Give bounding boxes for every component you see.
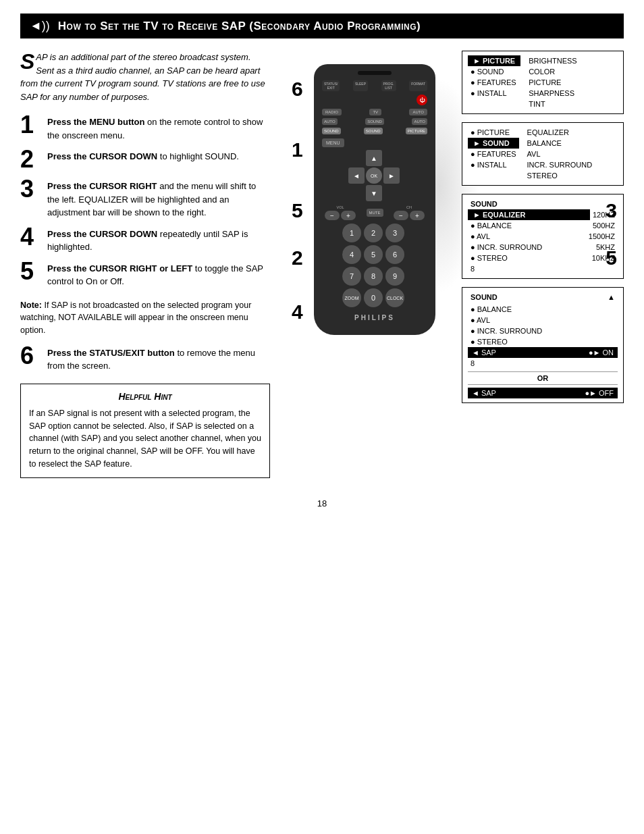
power-button[interactable]: ⏻ <box>417 95 427 105</box>
num-5[interactable]: 5 <box>364 245 383 264</box>
menu-3-avl-row: ● AVL 1500HZ <box>468 231 618 242</box>
page-number: 18 <box>20 498 624 509</box>
step-4-number: 4 <box>20 225 42 249</box>
menu-2-features: ● FEATURES <box>468 149 519 159</box>
sap-on-row: ◄ SAP ●► ON <box>468 347 618 358</box>
ch-minus[interactable]: − <box>394 211 408 220</box>
menu-4-balance: ● BALANCE <box>468 304 618 315</box>
menu-3-stereo-row: ● STEREO 10KHZ <box>468 253 618 263</box>
helpful-hint-text: If an SAP signal is not present with a s… <box>29 407 261 471</box>
step-5-number: 5 <box>20 259 42 284</box>
menu-3-1500hz: 1500HZ <box>586 231 618 242</box>
dpad-ok[interactable]: OK <box>366 167 382 184</box>
menu-1-brightness: BRIGHTNESS <box>526 55 580 66</box>
step-6-number: 6 <box>20 344 42 368</box>
sound-btn-a[interactable]: SOUND <box>322 128 341 134</box>
right-area: 6 1 5 2 4 3 5 STATUS/EXIT SLEEP PROG.LIS… <box>284 51 624 478</box>
num-2[interactable]: 2 <box>364 224 383 242</box>
dpad-empty-tr <box>383 150 400 166</box>
picture-btn[interactable]: PICTURE <box>406 128 427 134</box>
menu-1-title-bar: ► PICTURE <box>468 55 520 66</box>
num-0[interactable]: 0 <box>364 288 383 307</box>
menu-2-equalizer: EQUALIZER <box>525 127 595 138</box>
menu-1-features: ● FEATURES <box>468 77 520 88</box>
zoom-button[interactable]: ZOOM <box>342 288 361 307</box>
menu-2-balance: BALANCE <box>525 138 595 149</box>
mute-button[interactable]: MUTE <box>367 209 383 217</box>
step-1-number: 1 <box>20 113 42 137</box>
num-9[interactable]: 9 <box>385 267 404 286</box>
num-6[interactable]: 6 <box>385 245 404 264</box>
left-column: SAP is an additional part of the stereo … <box>20 51 270 478</box>
num-7[interactable]: 7 <box>342 267 361 286</box>
menu-4-sap: SOUND ▲ ● BALANCE ● AVL ● INCR. SURROUND… <box>462 287 624 403</box>
clock-button[interactable]: CLOCK <box>385 288 404 307</box>
menu-2-content: ● PICTURE ►SOUND ● FEATURES ● INSTALL EQ… <box>468 127 618 181</box>
sound-btn-b[interactable]: SOUND <box>364 128 383 134</box>
step-2-text: Press the CURSOR DOWN to highlight SOUND… <box>47 150 239 163</box>
step-5-bold: Press the CURSOR RIGHT or LEFT <box>47 263 192 273</box>
intro-text: SAP is an additional part of the stereo … <box>20 51 270 103</box>
remote-step-label-6: 6 <box>292 78 303 101</box>
menu-1-picture: ► PICTURE ● SOUND ● FEATURES ● INSTALL B… <box>462 51 624 114</box>
brand-label: PHILIPS <box>322 314 427 321</box>
sap-on-label: ◄ SAP <box>472 348 496 357</box>
step-2: 2 Press the CURSOR DOWN to highlight SOU… <box>20 150 270 172</box>
step-2-bold: Press the CURSOR DOWN <box>47 151 157 161</box>
vol-group: VOL − + <box>325 205 356 220</box>
sound-button-1[interactable]: AUTO <box>322 118 338 125</box>
num-8[interactable]: 8 <box>364 267 383 286</box>
menu-1-color: COLOR <box>526 66 580 77</box>
sleep-button[interactable]: SLEEP <box>353 80 368 91</box>
vol-mute-ch-row: VOL − + MUTE CH − + <box>322 205 427 220</box>
num-3[interactable]: 3 <box>385 224 404 242</box>
menu-2-avl: AVL <box>525 149 595 159</box>
power-row: ⏻ <box>322 95 427 105</box>
helpful-hint-title: Helpful Hint <box>29 391 261 402</box>
vol-minus[interactable]: − <box>325 211 340 220</box>
vol-plus[interactable]: + <box>341 211 356 220</box>
step-3-number: 3 <box>20 177 42 201</box>
dpad-right[interactable]: ► <box>383 167 400 184</box>
status-exit-button[interactable]: STATUS/EXIT <box>322 80 340 91</box>
format-button[interactable]: FORMAT <box>409 80 427 91</box>
radio-button[interactable]: RADIO <box>322 109 342 115</box>
or-divider: OR <box>468 371 618 385</box>
menu-2-sound-highlighted: ►SOUND <box>468 138 519 149</box>
dpad-up[interactable]: ▲ <box>366 150 382 166</box>
sap-off-row: ◄ SAP ●► OFF <box>468 388 618 398</box>
ch-label: CH <box>406 205 412 209</box>
remote-step-label-2: 2 <box>292 246 303 269</box>
dpad-left[interactable]: ◄ <box>348 167 365 184</box>
menu-4-stereo: ● STEREO <box>468 336 618 347</box>
menu-button[interactable]: MENU <box>322 138 344 147</box>
dpad-down[interactable]: ▼ <box>366 185 382 201</box>
prog-list-button[interactable]: PROG.LIST <box>381 80 396 91</box>
dpad-empty-br <box>383 185 400 201</box>
menu-3-equalizer-row: ►EQUALIZER 120HZ <box>468 209 618 220</box>
auto-button-2[interactable]: AUTO <box>412 118 427 125</box>
menu-btn-row: MENU <box>322 138 427 147</box>
steps-list: 1 Press the MENU button on the remote co… <box>20 115 270 288</box>
menu-3-stereo: ● STEREO <box>468 253 510 263</box>
step-4: 4 Press the CURSOR DOWN repeatedly until… <box>20 228 270 254</box>
sound-button-2[interactable]: SOUND <box>365 118 384 125</box>
step-1-bold: Press the MENU button <box>47 117 144 127</box>
tv-button[interactable]: TV <box>369 109 381 115</box>
menu-3-incr-row: ● INCR. SURROUND 5KHZ <box>468 242 618 253</box>
menu-3-balance: ● BALANCE <box>468 220 514 231</box>
menu-2-stereo: STEREO <box>525 170 595 181</box>
menu-3-title: SOUND <box>468 199 618 209</box>
audio-icon: ◄)) <box>30 19 50 33</box>
menu-2-install: ● INSTALL <box>468 159 519 170</box>
menu-1-sound: ● SOUND <box>468 66 520 77</box>
step-6-bold: Press the STATUS/EXIT button <box>47 348 175 358</box>
ch-plus[interactable]: + <box>410 211 425 220</box>
num-4[interactable]: 4 <box>342 245 361 264</box>
step-6: 6 Press the STATUS/EXIT button to remove… <box>20 346 270 373</box>
menu-1-picture-item: PICTURE <box>526 77 580 88</box>
menu-4-bar: 8 <box>468 358 618 369</box>
auto-button-1[interactable]: AUTO <box>409 109 427 115</box>
menus-panel: ► PICTURE ● SOUND ● FEATURES ● INSTALL B… <box>462 51 624 410</box>
num-1[interactable]: 1 <box>342 224 361 242</box>
